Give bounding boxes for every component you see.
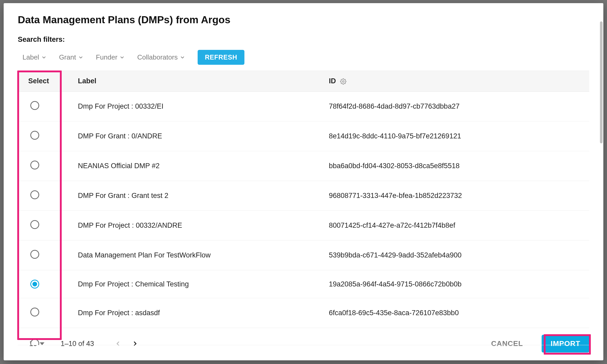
- row-id: bba6a0bd-fd04-4302-8053-d8ca5e8f5518: [329, 151, 589, 181]
- table-row: DMP For Grant : 0/ANDRE8e14d19c-8ddc-411…: [18, 121, 589, 151]
- table-wrap: Select Label ID: [18, 71, 589, 330]
- chevron-down-icon: [41, 55, 47, 60]
- table-body: Dmp For Project : 00332/EI78f64f2d-8686-…: [18, 92, 589, 345]
- col-select-header: Select: [18, 71, 78, 92]
- row-select-radio[interactable]: [30, 161, 39, 169]
- row-select-cell: [18, 211, 78, 240]
- svg-point-0: [342, 81, 344, 82]
- row-label: Dmp For Project : Chemical Testing: [78, 270, 329, 298]
- search-filters-label: Search filters:: [18, 36, 589, 44]
- row-id: 78f64f2d-8686-4dad-8d97-cb7763dbba27: [329, 92, 589, 121]
- row-select-cell: [18, 181, 78, 211]
- dialog-content: Data Management Plans (DMPs) from Argos …: [4, 3, 603, 330]
- table-body-clip: Dmp For Project : 00332/EI78f64f2d-8686-…: [18, 92, 589, 350]
- row-select-cell: [18, 92, 78, 121]
- row-select-cell: [18, 121, 78, 151]
- row-select-cell: [18, 151, 78, 181]
- row-label: DMP For Project : 00332/ANDRE: [78, 211, 329, 240]
- filter-grant-text: Grant: [59, 53, 76, 61]
- table-row: Dmp For Project : 00332/EI78f64f2d-8686-…: [18, 92, 589, 121]
- table-header: Select Label ID: [18, 71, 589, 92]
- row-label: Dmp For Project : 00332/EI: [78, 92, 329, 121]
- table-row: DMP For Grant : Grant test 296808771-331…: [18, 181, 589, 211]
- row-select-radio[interactable]: [30, 308, 39, 316]
- filter-collaborators-text: Collaborators: [137, 53, 178, 61]
- table-row: Dmp For Project : asdasdf6fca0f18-69c5-4…: [18, 298, 589, 328]
- row-id: 539b9bda-c671-4429-9add-352afeb4a900: [329, 240, 589, 270]
- row-select-radio[interactable]: [30, 250, 39, 259]
- refresh-button[interactable]: REFRESH: [198, 50, 245, 65]
- row-select-cell: [18, 328, 78, 345]
- row-id: 19a2085a-964f-4a54-9715-0866c72b0b0b: [329, 270, 589, 298]
- row-select-radio[interactable]: [30, 339, 39, 345]
- dialog-title: Data Management Plans (DMPs) from Argos: [18, 14, 589, 26]
- row-select-radio[interactable]: [30, 190, 39, 199]
- filter-collaborators[interactable]: Collaborators: [137, 53, 185, 61]
- filter-label-text: Label: [22, 53, 39, 61]
- filter-funder-text: Funder: [96, 53, 117, 61]
- row-label: NEANIAS Official DMP #2: [78, 151, 329, 181]
- table-row: Dmp For Project : Chemical Testing19a208…: [18, 270, 589, 298]
- import-dmp-dialog: Data Management Plans (DMPs) from Argos …: [4, 3, 603, 360]
- table-row: DMP For Project : 00332/ANDRE80071425-cf…: [18, 211, 589, 240]
- filter-row: Label Grant Funder Collaborators: [18, 50, 589, 65]
- row-select-cell: [18, 240, 78, 270]
- table-row: Data Management Plan For TestWorkFlow539…: [18, 240, 589, 270]
- col-id-header[interactable]: ID: [329, 71, 589, 92]
- chevron-down-icon: [180, 55, 185, 60]
- scrollbar-thumb[interactable]: [600, 21, 603, 143]
- row-label: DMP For Grant : Grant test 2: [78, 181, 329, 211]
- row-select-cell: [18, 298, 78, 328]
- chevron-down-icon: [78, 55, 83, 60]
- table-row: NEANIAS Official DMP #2bba6a0bd-fd04-430…: [18, 151, 589, 181]
- dialog-scrollbar[interactable]: [599, 21, 603, 342]
- row-label: DMP For Grant : 0/ANDRE: [78, 121, 329, 151]
- row-id: 96808771-3313-447e-bfea-1b852d223732: [329, 181, 589, 211]
- row-id: 8e14d19c-8ddc-4110-9a75-bf7e21269121: [329, 121, 589, 151]
- filter-label[interactable]: Label: [22, 53, 47, 61]
- row-label: Data Management Plan For TestWorkFlow: [78, 240, 329, 270]
- col-label-header[interactable]: Label: [78, 71, 329, 92]
- row-id: 80071425-cf14-427e-a72c-f412b7f4b8ef: [329, 211, 589, 240]
- dmp-table: Select Label ID: [18, 71, 589, 92]
- row-select-radio[interactable]: [30, 101, 39, 110]
- col-id-header-text: ID: [329, 77, 336, 85]
- row-id: 6fca0f18-69c5-435e-8aca-726107e83bb0: [329, 298, 589, 328]
- table-row: [18, 328, 589, 345]
- row-select-radio[interactable]: [30, 220, 39, 229]
- chevron-down-icon: [119, 55, 125, 60]
- filter-grant[interactable]: Grant: [59, 53, 83, 61]
- row-select-cell: [18, 270, 78, 298]
- row-select-radio[interactable]: [30, 131, 39, 140]
- filter-funder[interactable]: Funder: [96, 53, 125, 61]
- row-select-radio[interactable]: [30, 280, 39, 289]
- row-label: Dmp For Project : asdasdf: [78, 298, 329, 328]
- gear-icon[interactable]: [340, 78, 346, 85]
